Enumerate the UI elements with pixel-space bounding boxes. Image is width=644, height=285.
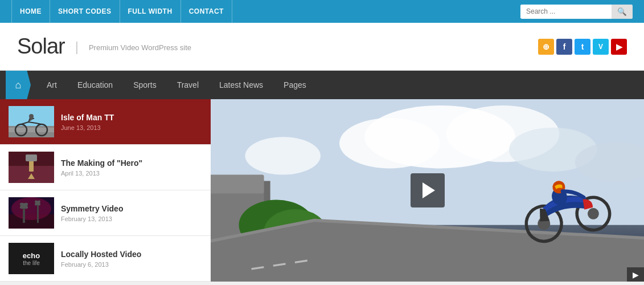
nav-home[interactable]: HOME: [11, 0, 50, 23]
nav-travel[interactable]: Travel: [167, 71, 209, 99]
search-input[interactable]: [520, 5, 612, 18]
social-facebook-icon[interactable]: f: [556, 39, 572, 55]
site-divider: |: [75, 39, 79, 55]
playlist-title-making-of-hero: The Making of "Hero": [61, 158, 202, 168]
playlist-item-making-of-hero[interactable]: The Making of "Hero" April 13, 2013: [0, 145, 211, 190]
video-player-area[interactable]: ▶: [211, 99, 644, 282]
playlist-title-symmetry-video: Symmetry Video: [61, 204, 202, 213]
sidebar-playlist: Isle of Man TT June 13, 2013: [0, 99, 211, 282]
nav-contact[interactable]: CONTACT: [181, 0, 232, 23]
main-content: Isle of Man TT June 13, 2013: [0, 99, 644, 282]
search-button[interactable]: 🔍: [612, 5, 633, 19]
nav-short-codes[interactable]: SHORT CODES: [50, 0, 120, 23]
playlist-info-isle-of-man: Isle of Man TT June 13, 2013: [61, 113, 202, 131]
playlist-date-making-of-hero: April 13, 2013: [61, 170, 202, 177]
playlist-title-locally-hosted: Locally Hosted Video: [61, 250, 202, 259]
playlist-thumb-isle-of-man: [9, 106, 54, 137]
top-navigation: HOME SHORT CODES FULL WIDTH CONTACT 🔍: [0, 0, 644, 23]
playlist-title-isle-of-man: Isle of Man TT: [61, 113, 202, 122]
video-bottom-arrow[interactable]: ▶: [627, 267, 644, 282]
svg-rect-17: [37, 203, 39, 223]
home-icon: ⌂: [15, 79, 22, 91]
nav-sports[interactable]: Sports: [123, 71, 166, 99]
playlist-thumb-making-of-hero: [9, 152, 54, 183]
playlist-item-locally-hosted[interactable]: echo the life Locally Hosted Video Febru…: [0, 236, 211, 282]
svg-point-22: [339, 118, 440, 168]
nav-latest-news[interactable]: Latest News: [209, 71, 273, 99]
svg-point-5: [29, 114, 34, 119]
secondary-nav-links: Art Education Sports Travel Latest News …: [36, 71, 317, 99]
playlist-info-locally-hosted: Locally Hosted Video February 6, 2013: [61, 250, 202, 268]
site-header: Solar | Premium Video WordPress site ⊕ f…: [0, 23, 644, 71]
play-triangle-icon: [423, 182, 435, 198]
playlist-item-symmetry-video[interactable]: Symmetry Video February 13, 2013: [0, 190, 211, 236]
search-box: 🔍: [520, 5, 633, 19]
playlist-item-isle-of-man[interactable]: Isle of Man TT June 13, 2013: [0, 99, 211, 145]
nav-pages[interactable]: Pages: [273, 71, 317, 99]
video-background: [211, 99, 644, 282]
svg-point-13: [11, 197, 51, 220]
svg-marker-33: [211, 222, 644, 282]
svg-point-25: [245, 137, 321, 174]
playlist-info-making-of-hero: The Making of "Hero" April 13, 2013: [61, 158, 202, 177]
video-play-button[interactable]: [411, 173, 445, 207]
secondary-navigation: ⌂ Art Education Sports Travel Latest New…: [0, 71, 644, 99]
playlist-date-isle-of-man: June 13, 2013: [61, 124, 202, 131]
playlist-date-locally-hosted: February 6, 2013: [61, 261, 202, 268]
nav-full-width[interactable]: FULL WIDTH: [120, 0, 181, 23]
site-title: Solar: [17, 34, 65, 59]
nav-education[interactable]: Education: [67, 71, 123, 99]
nav-art[interactable]: Art: [36, 71, 67, 99]
site-branding: Solar | Premium Video WordPress site: [17, 34, 191, 59]
svg-rect-29: [211, 174, 264, 193]
playlist-thumb-locally-hosted: echo the life: [9, 243, 54, 274]
social-youtube-icon[interactable]: ▶: [611, 39, 627, 55]
social-twitter-icon[interactable]: t: [575, 39, 590, 55]
playlist-date-symmetry-video: February 13, 2013: [61, 215, 202, 222]
top-nav-links: HOME SHORT CODES FULL WIDTH CONTACT: [11, 0, 232, 23]
social-icons: ⊕ f t V ▶: [538, 39, 627, 55]
social-rss-icon[interactable]: ⊕: [538, 39, 554, 55]
home-icon-button[interactable]: ⌂: [6, 71, 31, 99]
playlist-thumb-symmetry-video: [9, 197, 54, 229]
site-tagline: Premium Video WordPress site: [89, 43, 191, 52]
svg-rect-10: [26, 154, 37, 161]
social-vimeo-icon[interactable]: V: [593, 39, 609, 55]
playlist-info-symmetry-video: Symmetry Video February 13, 2013: [61, 204, 202, 222]
